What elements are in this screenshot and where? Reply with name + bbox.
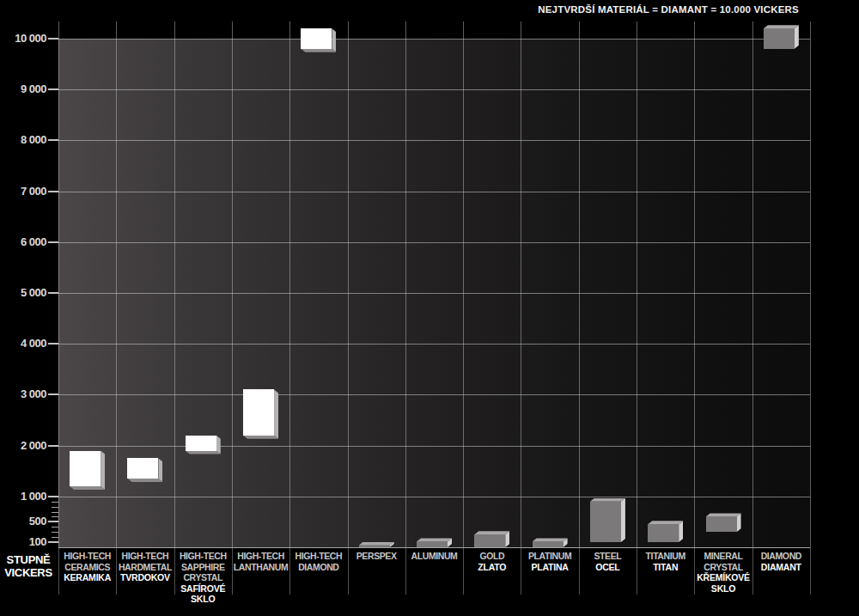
bar-titanium [648,521,683,542]
bar-front-face [70,451,101,486]
horizontal-gridline [58,344,810,345]
category-label-en: HIGH-TECH LANTHANUM [233,551,289,572]
bar-high-tech-ceramics [70,451,105,490]
y-tick-label: 5 000 [3,287,46,299]
y-axis-title: STUPNĚ VICKERS [0,553,57,579]
vertical-gridline [463,21,464,547]
vertical-gridline [232,21,233,547]
y-minor-tick-mark [52,502,58,503]
y-tick-label: 2 000 [3,440,46,452]
vertical-gridline [58,21,59,547]
category-label-mineral-crystal: MINERAL CRYSTALKŘEMÍKOVÉ SKLO [695,551,751,594]
bar-front-face [359,546,390,547]
bar-gold [474,531,509,547]
category-label-en: MINERAL CRYSTAL [695,551,751,572]
category-label-high-tech-hardmetal: HIGH-TECH HARDMETALTVRDOKOV [117,551,173,583]
category-label-cs: SAFÍROVÉ SKLO [175,583,231,605]
category-label-en: PLATINUM [521,551,577,562]
category-label-platinum: PLATINUMPLATINA [521,551,577,572]
category-label-gold: GOLDZLATO [464,551,520,572]
bar-high-tech-sapphire-crystal [186,436,221,454]
category-label-en: TITANIUM [637,551,693,562]
category-label-high-tech-ceramics: HIGH-TECH CERAMICSKERAMIKA [59,551,115,583]
bar-front-face [243,389,274,435]
y-tick-mark [48,38,58,40]
horizontal-gridline [58,140,810,141]
y-tick-label: 500 [3,515,46,528]
category-label-high-tech-lanthanum: HIGH-TECH LANTHANUM [233,551,289,572]
bar-diamond [764,25,799,49]
bar-high-tech-lanthanum [243,389,278,438]
y-tick-mark [48,343,58,345]
vertical-gridline [694,21,695,547]
vertical-gridline [579,21,580,547]
horizontal-gridline [58,293,810,294]
vertical-gridline [752,21,753,547]
bar-front-face [301,28,332,49]
y-tick-label: 7 000 [3,186,46,198]
y-minor-tick-mark [52,512,58,513]
category-label-cs: KŘEMÍKOVÉ SKLO [695,572,751,594]
bar-front-face [590,502,621,542]
y-minor-tick-mark [52,537,58,538]
horizontal-gridline [58,394,810,395]
bar-high-tech-diamond [301,28,336,52]
bar-steel [590,498,625,542]
horizontal-gridline [58,446,810,447]
category-label-en: PERSPEX [349,551,405,562]
category-label-cs: TVRDOKOV [117,572,173,583]
horizontal-gridline [58,192,810,192]
y-tick-label: 6 000 [3,236,46,248]
bar-front-face [127,458,158,479]
bar-front-face [474,534,505,547]
bar-front-face [764,28,795,49]
horizontal-gridline [58,89,810,90]
y-tick-mark [48,393,58,395]
chart-title: NEJTVRDŠÍ MATERIÁL = DIAMANT = 10.000 VI… [538,4,799,15]
category-label-diamond: DIAMONDDIAMANT [753,551,809,572]
y-minor-tick-mark [52,527,58,528]
bar-aluminum [417,538,452,547]
horizontal-gridline [58,39,810,40]
y-minor-tick-mark [52,516,58,517]
vertical-gridline [348,21,349,547]
category-label-steel: STEELOCEL [580,551,636,572]
bar-platinum [533,538,568,547]
category-label-cs: ZLATO [464,562,520,573]
y-tick-label: 9 000 [3,83,46,95]
bar-perspex [359,542,394,547]
bar-front-face [417,541,448,547]
vertical-gridline [521,21,521,547]
vertical-gridline [810,21,811,547]
vertical-gridline [405,21,406,547]
category-label-high-tech-diamond: HIGH-TECH DIAMOND [290,551,346,572]
vickers-hardness-chart: NEJTVRDŠÍ MATERIÁL = DIAMANT = 10.000 VI… [0,0,859,616]
category-label-en: HIGH-TECH DIAMOND [290,551,346,572]
y-tick-label: 1 000 [3,491,46,503]
x-axis-baseline [58,547,810,548]
category-label-high-tech-sapphire-crystal: HIGH-TECH SAPPHIRE CRYSTALSAFÍROVÉ SKLO [175,551,231,605]
category-label-cs: OCEL [580,562,636,573]
horizontal-gridline [58,497,810,497]
y-tick-mark [48,292,58,294]
bar-front-face [533,541,564,547]
category-label-perspex: PERSPEX [349,551,405,562]
category-label-en: HIGH-TECH CERAMICS [59,551,115,572]
category-label-en: HIGH-TECH SAPPHIRE CRYSTAL [175,551,231,583]
y-tick-mark [48,496,58,497]
vertical-gridline [116,21,117,547]
y-tick-label: 4 000 [3,338,46,350]
category-label-en: HIGH-TECH HARDMETAL [117,551,173,572]
y-tick-label: 10 000 [3,33,46,45]
bar-front-face [648,524,679,542]
category-label-en: STEEL [580,551,636,562]
bar-front-face [706,516,737,532]
category-label-cs: DIAMANT [753,562,809,573]
y-tick-mark [48,139,58,141]
horizontal-gridline [58,242,810,243]
y-tick-mark [48,445,58,447]
y-tick-label: 3 000 [3,388,46,400]
y-minor-tick-mark [52,507,58,508]
y-minor-tick-mark [52,532,58,533]
y-tick-mark [48,241,58,243]
